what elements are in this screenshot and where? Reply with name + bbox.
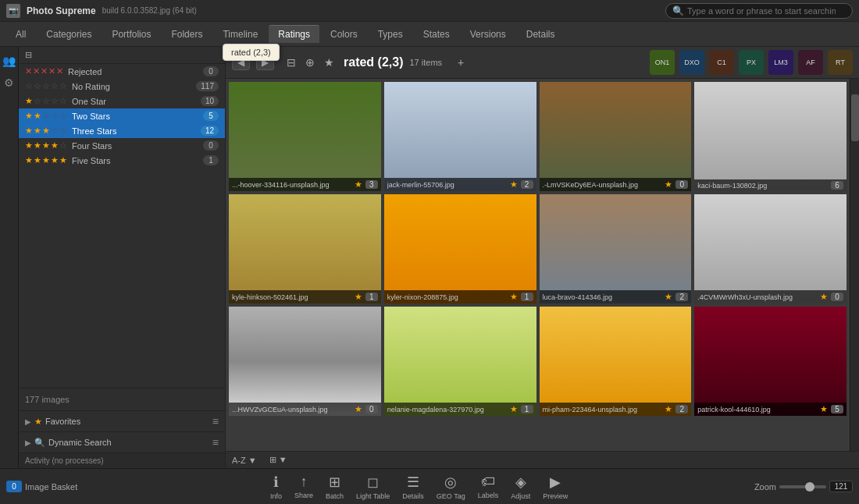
search-icon: 🔍	[672, 5, 684, 16]
rating-item-two-stars[interactable]: ★ ★ ☆ ☆ ☆ Two Stars 5	[19, 108, 225, 123]
tab-versions[interactable]: Versions	[461, 26, 515, 43]
tab-ratings[interactable]: Ratings	[269, 25, 319, 43]
thumb-count-1: 3	[365, 180, 378, 189]
tool-adjust[interactable]: ◈ Adjust	[511, 474, 530, 500]
thumb-filename-8: .4CVMWrWh3xU-unsplash.jpg	[697, 293, 817, 301]
thumbnail-7[interactable]: luca-bravo-414346.jpg ★ 2	[540, 194, 692, 303]
thumbnail-4[interactable]: kaci-baum-130802.jpg 6	[694, 82, 847, 191]
rating-item-three-stars[interactable]: ★ ★ ★ ☆ ☆ Three Stars 12	[19, 123, 225, 138]
top-bar: 📷 Photo Supreme build 6.0.0.3582.jpg (64…	[0, 0, 859, 22]
tab-folders[interactable]: Folders	[162, 26, 212, 43]
star-action-btn[interactable]: ★	[321, 55, 337, 70]
capture-button[interactable]: C1	[709, 50, 734, 75]
rating-count-rejected: 0	[203, 66, 219, 76]
favorites-menu-icon[interactable]: ≡	[212, 415, 219, 428]
scrollbar-thumb[interactable]	[851, 94, 859, 141]
thumbnail-2[interactable]: jack-merlin-55706.jpg ★ 2	[384, 82, 536, 191]
no-rating-stars: ☆ ☆ ☆ ☆ ☆	[25, 81, 67, 91]
star-x2: ✕	[33, 66, 40, 76]
tab-details[interactable]: Details	[517, 26, 565, 43]
thumb-footer-9: ...HWVZvGCEuA-unsplash.jpg ★ 0	[229, 403, 381, 416]
tab-colors[interactable]: Colors	[321, 26, 367, 43]
filter-icon[interactable]: ⊟	[25, 50, 32, 60]
tab-portfolios[interactable]: Portfolios	[102, 26, 160, 43]
rating-item-no-rating[interactable]: ☆ ☆ ☆ ☆ ☆ No Rating 117	[19, 79, 225, 94]
star-f1: ★	[25, 140, 33, 151]
pixelmator-button[interactable]: PX	[739, 50, 764, 75]
tool-details[interactable]: ☰ Details	[402, 474, 424, 500]
tool-batch[interactable]: ⊞ Batch	[326, 474, 344, 500]
thumb-star-2: ★	[510, 179, 518, 190]
gallery-actions: ⊟ ⊕ ★	[283, 55, 337, 70]
batch-label: Batch	[326, 492, 344, 500]
tool-labels[interactable]: 🏷 Labels	[478, 474, 499, 499]
right-scrollbar[interactable]	[850, 79, 859, 451]
tab-timeline[interactable]: Timeline	[213, 26, 267, 43]
dxo-button[interactable]: DXO	[679, 50, 704, 75]
rating-item-one-star[interactable]: ★ ☆ ☆ ☆ ☆ One Star 10	[19, 94, 225, 108]
layers-action-btn[interactable]: ⊕	[302, 55, 318, 70]
thumbnail-3[interactable]: .-LmVSKeDy6EA-unsplash.jpg ★ 0	[540, 82, 692, 191]
thumbnail-9[interactable]: ...HWVZvGCEuA-unsplash.jpg ★ 0	[229, 307, 381, 416]
bottom-left: 0 Image Basket	[0, 481, 84, 492]
on1-button[interactable]: ON1	[650, 50, 675, 75]
tool-geo-tag[interactable]: ◎ GEO Tag	[437, 474, 465, 500]
tab-types[interactable]: Types	[369, 26, 412, 43]
content-area: 👥 ⚙ ⊟ ✕ ✕ ✕ ✕ ✕ Rejected 0	[0, 47, 859, 468]
thumb-count-10: 1	[521, 405, 533, 413]
thumb-star-5: ★	[355, 292, 362, 302]
favorites-panel[interactable]: ▶ ★ Favorites ≡	[19, 411, 225, 432]
thumbnail-1[interactable]: ...-hoover-334116-unsplash.jpg ★ 3	[229, 82, 381, 191]
star-x3: ✕	[41, 66, 48, 76]
thumb-filename-9: ...HWVZvGCEuA-unsplash.jpg	[232, 406, 351, 413]
users-icon[interactable]: 👥	[2, 53, 17, 69]
tab-all[interactable]: All	[6, 26, 35, 43]
dynamic-search-menu-icon[interactable]: ≡	[212, 436, 219, 449]
tooltip-popup: rated (2,3)	[223, 44, 280, 61]
share-label: Share	[294, 492, 313, 499]
rawtherapee-button[interactable]: RT	[828, 50, 853, 75]
add-action-btn[interactable]: +	[454, 55, 467, 70]
thumb-star-11: ★	[665, 404, 672, 414]
thumb-star-10: ★	[510, 404, 518, 414]
zoom-slider-thumb	[805, 482, 814, 492]
sidebar-filter-row: ⊟	[19, 47, 225, 64]
thumbnail-8[interactable]: .4CVMWrWh3xU-unsplash.jpg ★ 0	[694, 194, 847, 303]
luminar-button[interactable]: LM3	[768, 50, 793, 75]
settings-icon[interactable]: ⚙	[2, 75, 17, 91]
tool-light-table[interactable]: ◻ Light Table	[356, 474, 390, 500]
rating-item-five-stars[interactable]: ★ ★ ★ ★ ★ Five Stars 1	[19, 153, 225, 168]
thumbnail-6[interactable]: kyler-nixon-208875.jpg ★ 1	[384, 194, 536, 303]
sort-az-button[interactable]: A-Z ▼	[232, 456, 257, 465]
thumb-filename-11: mi-pham-223464-unsplash.jpg	[543, 406, 662, 413]
tool-share[interactable]: ↑ Share	[294, 474, 313, 499]
rating-item-four-stars[interactable]: ★ ★ ★ ★ ☆ Four Stars 0	[19, 138, 225, 153]
thumbnail-10[interactable]: nelanie-magdalena-327970.jpg ★ 1	[384, 307, 536, 416]
view-grid-button[interactable]: ⊞ ▼	[269, 455, 287, 465]
thumb-count-7: 2	[675, 293, 688, 301]
thumbnail-12[interactable]: patrick-kool-444610.jpg ★ 5	[694, 307, 847, 416]
labels-label: Labels	[478, 492, 499, 499]
search-input[interactable]	[687, 6, 836, 16]
star-f2: ★	[34, 111, 41, 121]
tool-info[interactable]: ℹ Info	[270, 474, 282, 500]
zoom-slider[interactable]	[779, 485, 826, 488]
tab-categories[interactable]: Categories	[37, 26, 101, 43]
dynamic-search-panel[interactable]: ▶ 🔍 Dynamic Search ≡	[19, 432, 225, 453]
rejected-stars: ✕ ✕ ✕ ✕ ✕	[25, 66, 63, 76]
thumbnail-11[interactable]: mi-pham-223464-unsplash.jpg ★ 2	[540, 307, 692, 416]
affinity-button[interactable]: AF	[798, 50, 823, 75]
thumbnail-5[interactable]: kyle-hinkson-502461.jpg ★ 1	[229, 194, 381, 303]
rating-item-rejected[interactable]: ✕ ✕ ✕ ✕ ✕ Rejected 0	[19, 64, 225, 79]
activity-label: Activity (no processes)	[25, 456, 104, 465]
preview-icon: ▶	[550, 474, 561, 491]
preview-label: Preview	[543, 492, 568, 500]
thumb-star-8: ★	[820, 292, 828, 302]
two-star-stars: ★ ★ ☆ ☆ ☆	[25, 111, 67, 121]
rating-count-three-stars: 12	[201, 126, 219, 136]
search-bar[interactable]: 🔍	[665, 3, 853, 19]
tab-states[interactable]: States	[414, 26, 459, 43]
tool-preview[interactable]: ▶ Preview	[543, 474, 568, 500]
filter-action-btn[interactable]: ⊟	[283, 55, 299, 70]
star-e2: ☆	[34, 81, 41, 91]
